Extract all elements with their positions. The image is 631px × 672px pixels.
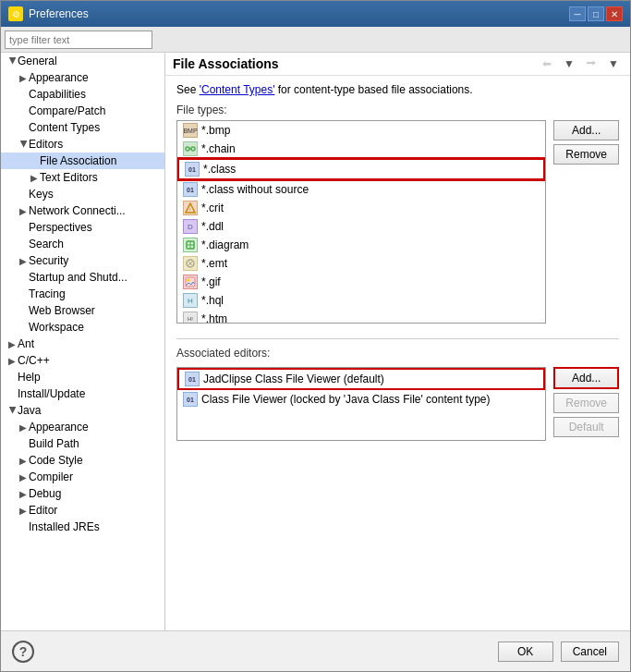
sidebar-item-editors[interactable]: ▶ Editors bbox=[1, 136, 164, 153]
assoc-editors-list[interactable]: 01 JadClipse Class File Viewer (default)… bbox=[176, 367, 546, 441]
sidebar-item-capabilities[interactable]: ▶ Capabilities bbox=[1, 86, 164, 103]
sidebar-item-cpp[interactable]: ▶ C/C++ bbox=[1, 352, 164, 369]
sidebar-label-content-types: Content Types bbox=[29, 121, 100, 134]
file-types-area: BMP *.bmp *.chain 01 bbox=[176, 120, 619, 324]
expand-arrow-ant: ▶ bbox=[8, 339, 18, 349]
sidebar-item-compare-patch[interactable]: ▶ Compare/Patch bbox=[1, 103, 164, 119]
close-button[interactable]: ✕ bbox=[606, 6, 623, 21]
content-types-link[interactable]: 'Content Types' bbox=[200, 83, 275, 96]
sidebar-item-java-build-path[interactable]: ▶ Build Path bbox=[1, 435, 164, 452]
nav-forward-button[interactable]: ⮕ bbox=[582, 55, 601, 73]
assoc-item-jadclipse[interactable]: 01 JadClipse Class File Viewer (default) bbox=[177, 368, 545, 390]
sidebar-item-keys[interactable]: ▶ Keys bbox=[1, 186, 164, 202]
add-assoc-button[interactable]: Add... bbox=[553, 367, 619, 389]
assoc-item-class-viewer[interactable]: 01 Class File Viewer (locked by 'Java Cl… bbox=[177, 390, 545, 409]
sidebar-item-java-installed-jres[interactable]: ▶ Installed JREs bbox=[1, 519, 164, 535]
sidebar-label-perspectives: Perspectives bbox=[29, 221, 92, 234]
remove-assoc-button[interactable]: Remove bbox=[553, 393, 619, 413]
nav-toolbar: File Associations ⬅ ▼ ⮕ ▼ bbox=[165, 53, 630, 76]
file-type-chain: *.chain bbox=[201, 142, 236, 155]
default-assoc-button[interactable]: Default bbox=[553, 417, 619, 437]
nav-dropdown-button[interactable]: ▼ bbox=[560, 55, 578, 73]
list-item-class[interactable]: 01 *.class bbox=[177, 158, 545, 180]
list-item-bmp[interactable]: BMP *.bmp bbox=[177, 121, 545, 140]
file-type-ddl: *.ddl bbox=[201, 220, 224, 233]
expand-arrow-java: ▶ bbox=[8, 406, 18, 415]
file-types-list[interactable]: BMP *.bmp *.chain 01 bbox=[176, 120, 546, 324]
sidebar-label-help: Help bbox=[18, 371, 41, 384]
sidebar-label-general: General bbox=[18, 55, 57, 67]
list-item-htm[interactable]: H! *.htm bbox=[177, 310, 545, 324]
help-button[interactable]: ? bbox=[12, 641, 34, 663]
sidebar-item-web-browser[interactable]: ▶ Web Browser bbox=[1, 302, 164, 319]
sidebar-item-java-code-style[interactable]: ▶ Code Style bbox=[1, 452, 164, 469]
content-area: File Associations ⬅ ▼ ⮕ ▼ See 'Content T… bbox=[165, 53, 630, 630]
sidebar-item-help[interactable]: ▶ Help bbox=[1, 369, 164, 385]
sidebar-item-network[interactable]: ▶ Network Connecti... bbox=[1, 202, 164, 219]
sidebar-item-appearance[interactable]: ▶ Appearance bbox=[1, 69, 164, 86]
sidebar-label-java-editor: Editor bbox=[29, 504, 57, 517]
minimize-button[interactable]: ─ bbox=[569, 6, 586, 21]
icon-chain bbox=[183, 141, 198, 156]
assoc-editors-area: 01 JadClipse Class File Viewer (default)… bbox=[176, 367, 619, 441]
sidebar-label-tracing: Tracing bbox=[29, 287, 66, 300]
dialog-buttons: OK Cancel bbox=[498, 641, 619, 662]
remove-file-type-button[interactable]: Remove bbox=[553, 144, 619, 165]
file-type-gif: *.gif bbox=[201, 275, 221, 288]
titlebar: ⚙ Preferences ─ □ ✕ bbox=[1, 1, 630, 27]
ok-button[interactable]: OK bbox=[498, 641, 553, 662]
sidebar-item-java-compiler[interactable]: ▶ Compiler bbox=[1, 469, 164, 485]
sidebar-item-startup[interactable]: ▶ Startup and Shutd... bbox=[1, 269, 164, 286]
list-item-class-no-src[interactable]: 01 *.class without source bbox=[177, 180, 545, 199]
sidebar-label-editors: Editors bbox=[29, 138, 63, 151]
sidebar-item-ant[interactable]: ▶ Ant bbox=[1, 336, 164, 352]
cancel-button[interactable]: Cancel bbox=[561, 641, 619, 662]
expand-arrow-code-style: ▶ bbox=[19, 456, 29, 466]
sidebar-label-security: Security bbox=[29, 254, 68, 267]
sidebar-item-install[interactable]: ▶ Install/Update bbox=[1, 385, 164, 402]
titlebar-left: ⚙ Preferences bbox=[8, 6, 89, 21]
expand-arrow-appearance: ▶ bbox=[19, 73, 29, 83]
sidebar-item-search[interactable]: ▶ Search bbox=[1, 236, 164, 252]
sidebar-item-java-debug[interactable]: ▶ Debug bbox=[1, 485, 164, 502]
file-types-label: File types: bbox=[176, 104, 619, 116]
content-body: See 'Content Types' for content-type bas… bbox=[165, 76, 630, 630]
icon-jadclipse: 01 bbox=[185, 372, 200, 386]
nav-back-button[interactable]: ⬅ bbox=[538, 55, 556, 73]
sidebar-item-java[interactable]: ▶ Java bbox=[1, 402, 164, 419]
sidebar-item-text-editors[interactable]: ▶ Text Editors bbox=[1, 169, 164, 186]
list-item-hql[interactable]: H *.hql bbox=[177, 291, 545, 310]
add-file-type-button[interactable]: Add... bbox=[553, 120, 619, 141]
sidebar-item-workspace[interactable]: ▶ Workspace bbox=[1, 319, 164, 336]
maximize-button[interactable]: □ bbox=[588, 6, 604, 21]
expand-arrow-cpp: ▶ bbox=[8, 356, 18, 366]
file-type-diagram: *.diagram bbox=[201, 238, 249, 251]
sidebar-item-java-editor[interactable]: ▶ Editor bbox=[1, 502, 164, 519]
svg-point-10 bbox=[188, 279, 190, 282]
list-item-chain[interactable]: *.chain bbox=[177, 140, 545, 158]
sidebar-item-java-appearance[interactable]: ▶ Appearance bbox=[1, 419, 164, 435]
icon-htm: H! bbox=[183, 312, 198, 324]
list-item-diagram[interactable]: *.diagram bbox=[177, 236, 545, 254]
svg-point-1 bbox=[191, 147, 195, 151]
file-type-hql: *.hql bbox=[201, 294, 224, 307]
nav-menu-button[interactable]: ▼ bbox=[604, 55, 623, 73]
icon-class-viewer: 01 bbox=[183, 392, 198, 407]
list-item-crit[interactable]: ! *.crit bbox=[177, 199, 545, 217]
sidebar-item-general[interactable]: ▶ General bbox=[1, 53, 164, 69]
sidebar-item-perspectives[interactable]: ▶ Perspectives bbox=[1, 219, 164, 236]
sidebar-item-security[interactable]: ▶ Security bbox=[1, 252, 164, 269]
list-item-emt[interactable]: *.emt bbox=[177, 254, 545, 273]
list-item-ddl[interactable]: D *.ddl bbox=[177, 217, 545, 236]
list-item-gif[interactable]: *.gif bbox=[177, 273, 545, 291]
expand-arrow-network: ▶ bbox=[19, 206, 29, 216]
sidebar-label-workspace: Workspace bbox=[29, 321, 84, 334]
expand-arrow-debug: ▶ bbox=[19, 489, 29, 499]
sidebar-item-content-types[interactable]: ▶ Content Types bbox=[1, 119, 164, 136]
search-input[interactable] bbox=[5, 31, 152, 49]
sidebar-label-java-code-style: Code Style bbox=[29, 454, 83, 467]
sidebar-label-ant: Ant bbox=[18, 337, 34, 350]
icon-bmp: BMP bbox=[183, 123, 198, 138]
sidebar-item-file-associations[interactable]: ▶ File Association bbox=[1, 153, 164, 169]
sidebar-item-tracing[interactable]: ▶ Tracing bbox=[1, 286, 164, 302]
